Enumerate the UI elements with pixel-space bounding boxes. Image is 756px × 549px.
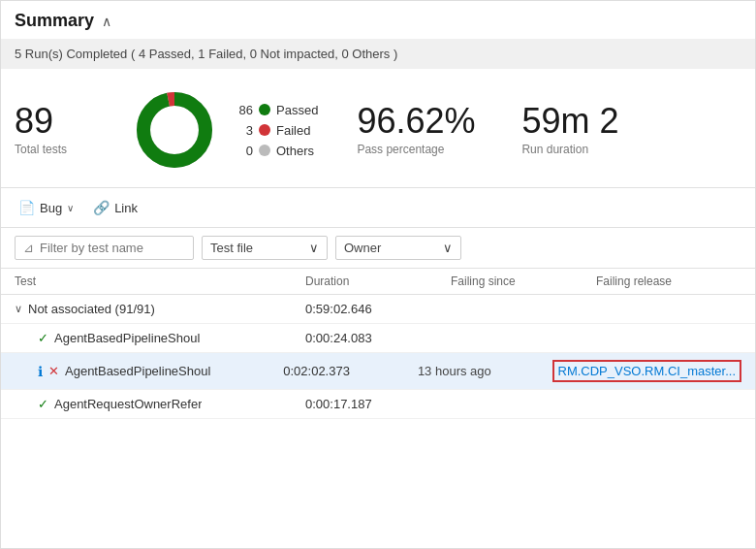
passed-dot: [259, 104, 270, 115]
bug-label: Bug: [40, 201, 62, 215]
total-tests-number: 89: [15, 104, 53, 139]
donut-chart: [131, 86, 218, 174]
group-chevron-icon[interactable]: ∨: [15, 303, 22, 315]
legend-others: 0 Others: [234, 144, 318, 158]
duration-cell-0: 0:00:24.083: [305, 331, 451, 345]
duration-cell-1: 0:02:02.373: [283, 364, 418, 378]
summary-title: Summary: [15, 11, 94, 31]
others-dot: [259, 145, 270, 156]
group-test-name-cell: ∨ Not associated (91/91): [15, 302, 305, 316]
link-label: Link: [114, 201, 138, 215]
total-tests-label: Total tests: [15, 143, 67, 156]
legend-others-label: Others: [276, 144, 314, 158]
table-row[interactable]: ✓ AgentRequestOwnerRefer 0:00:17.187: [1, 390, 755, 419]
link-chain-icon: 🔗: [93, 200, 110, 215]
run-summary-text: 5 Run(s) Completed ( 4 Passed, 1 Failed,…: [15, 47, 397, 61]
test-file-chevron-icon: ∨: [309, 241, 319, 255]
pass-status-icon: ✓: [38, 331, 48, 345]
test-name-text-1: AgentBasedPipelineShoul: [65, 364, 210, 378]
test-name-text-2: AgentRequestOwnerRefer: [54, 397, 202, 411]
failing-release-link-wrap: RM.CDP_VSO.RM.CI_master...: [552, 360, 741, 382]
pass-percentage-number: 96.62%: [357, 104, 475, 139]
total-tests-block: 89 Total tests: [15, 104, 111, 156]
bug-button[interactable]: 📄 Bug ∨: [15, 198, 78, 217]
legend-others-count: 0: [234, 144, 253, 158]
filter-icon: ⊿: [23, 241, 34, 255]
table-row[interactable]: ✓ AgentBasedPipelineShoul 0:00:24.083: [1, 324, 755, 353]
pass-percentage-label: Pass percentage: [357, 143, 444, 156]
test-name-cell-2: ✓ AgentRequestOwnerRefer: [15, 397, 305, 411]
filter-row: ⊿ Test file ∨ Owner ∨: [1, 228, 755, 269]
legend-passed-count: 86: [234, 103, 253, 117]
test-name-cell-0: ✓ AgentBasedPipelineShoul: [15, 331, 305, 345]
stats-row: 89 Total tests: [1, 69, 755, 188]
col-duration: Duration: [305, 274, 451, 288]
link-button[interactable]: 🔗 Link: [93, 200, 138, 215]
info-status-icon: ℹ: [38, 364, 43, 379]
table-group-row[interactable]: ∨ Not associated (91/91) 0:59:02.646: [1, 295, 755, 324]
group-duration: 0:59:02.646: [305, 302, 451, 316]
legend-passed: 86 Passed: [234, 103, 318, 117]
run-duration-number: 59m 2: [521, 104, 618, 139]
legend-failed-count: 3: [234, 123, 253, 138]
fail-status-icon: ✕: [48, 364, 59, 378]
legend-failed-label: Failed: [276, 123, 310, 138]
owner-label: Owner: [344, 241, 381, 255]
summary-header: Summary ∧: [1, 1, 755, 39]
table-row[interactable]: ℹ ✕ AgentBasedPipelineShoul 0:02:02.373 …: [1, 353, 755, 390]
run-duration-block: 59m 2 Run duration: [521, 104, 618, 156]
page-container: Summary ∧ 5 Run(s) Completed ( 4 Passed,…: [0, 0, 756, 549]
failing-release-link[interactable]: RM.CDP_VSO.RM.CI_master...: [558, 364, 736, 378]
group-name: Not associated (91/91): [28, 302, 155, 316]
run-summary-bar: 5 Run(s) Completed ( 4 Passed, 1 Failed,…: [1, 39, 755, 69]
table-header: Test Duration Failing since Failing rele…: [1, 269, 755, 295]
filter-by-test-name-input[interactable]: [40, 241, 185, 255]
failed-dot: [259, 124, 270, 136]
owner-dropdown[interactable]: Owner ∨: [335, 236, 461, 260]
col-test: Test: [15, 274, 305, 288]
duration-cell-2: 0:00:17.187: [305, 397, 451, 411]
filter-input-wrap[interactable]: ⊿: [15, 236, 194, 260]
legend: 86 Passed 3 Failed 0 Others: [234, 103, 318, 158]
bug-icon: 📄: [18, 200, 35, 215]
test-file-dropdown[interactable]: Test file ∨: [202, 236, 328, 260]
run-duration-label: Run duration: [521, 143, 588, 156]
test-file-label: Test file: [210, 241, 253, 255]
pass-status-icon-2: ✓: [38, 397, 48, 411]
pass-percentage-block: 96.62% Pass percentage: [357, 104, 483, 156]
failing-since-cell-1: 13 hours ago: [418, 364, 552, 378]
donut-block: 86 Passed 3 Failed 0 Others: [131, 86, 318, 174]
owner-chevron-icon: ∨: [443, 241, 453, 255]
svg-point-3: [151, 107, 198, 153]
test-name-text-0: AgentBasedPipelineShoul: [54, 331, 200, 345]
bug-chevron-icon: ∨: [67, 203, 74, 213]
col-failing-release: Failing release: [596, 274, 741, 288]
table-container: Test Duration Failing since Failing rele…: [1, 269, 755, 548]
legend-passed-label: Passed: [276, 103, 318, 117]
test-name-cell-1: ℹ ✕ AgentBasedPipelineShoul: [15, 364, 283, 379]
failing-release-cell-1: RM.CDP_VSO.RM.CI_master...: [552, 360, 741, 382]
action-bar: 📄 Bug ∨ 🔗 Link: [1, 188, 755, 228]
legend-failed: 3 Failed: [234, 123, 318, 138]
collapse-chevron-icon[interactable]: ∧: [102, 14, 111, 29]
col-failing-since: Failing since: [451, 274, 596, 288]
